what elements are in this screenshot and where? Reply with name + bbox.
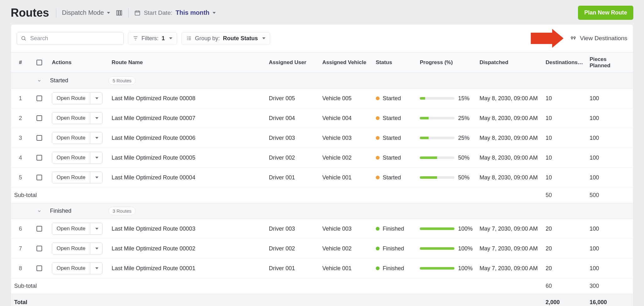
open-route-more[interactable]: [90, 112, 102, 124]
status-dot-icon: [376, 247, 380, 250]
row-checkbox[interactable]: [30, 112, 49, 125]
col-assigned-user[interactable]: Assigned User: [266, 56, 319, 69]
svg-point-4: [22, 36, 25, 40]
route-name[interactable]: Last Mile Optimized Route 00002: [108, 242, 266, 256]
pieces-planned: 100: [586, 111, 630, 125]
row-checkbox[interactable]: [30, 262, 49, 275]
open-route-button[interactable]: Open Route: [52, 92, 103, 104]
row-checkbox[interactable]: [30, 171, 49, 184]
col-actions[interactable]: Actions: [49, 56, 108, 69]
filters-count: 1: [162, 35, 165, 42]
row-checkbox[interactable]: [30, 131, 49, 145]
plan-new-route-button[interactable]: Plan New Route: [578, 6, 633, 20]
dispatched: May 7, 2030, 09:00 AM: [476, 261, 542, 276]
separator: [128, 8, 129, 18]
open-route-label[interactable]: Open Route: [52, 263, 90, 274]
table-row: 5Open RouteLast Mile Optimized Route 000…: [11, 168, 633, 188]
progress-value: 50%: [458, 155, 469, 161]
filters-chip[interactable]: Filters: 1: [128, 32, 177, 45]
progress-bar: [420, 97, 454, 100]
status-text: Finished: [383, 245, 404, 252]
dispatch-mode-dropdown[interactable]: Dispatch Mode: [62, 9, 110, 16]
svg-rect-2: [121, 10, 122, 15]
group-header[interactable]: Finished3 Routes: [11, 203, 633, 219]
route-name[interactable]: Last Mile Optimized Route 00007: [108, 111, 266, 125]
open-route-more[interactable]: [90, 152, 102, 163]
destinations-count: 10: [542, 151, 586, 165]
open-route-more[interactable]: [90, 132, 102, 144]
col-pieces-planned[interactable]: Pieces Planned: [586, 52, 630, 73]
col-dispatched[interactable]: Dispatched: [476, 56, 542, 69]
col-progress[interactable]: Progress (%): [417, 56, 476, 69]
open-route-label[interactable]: Open Route: [52, 243, 90, 254]
subtotal-row: Sub-total60300: [11, 278, 633, 294]
group-by-chip[interactable]: Group by: Route Status: [181, 32, 270, 45]
open-route-more[interactable]: [90, 93, 102, 104]
open-route-more[interactable]: [90, 243, 102, 254]
open-route-button[interactable]: Open Route: [52, 132, 103, 144]
progress-bar: [420, 176, 454, 179]
table-row: 6Open RouteLast Mile Optimized Route 000…: [11, 219, 633, 239]
open-route-label[interactable]: Open Route: [52, 112, 90, 124]
svg-rect-1: [119, 10, 120, 15]
group-toggle-icon[interactable]: [30, 79, 49, 83]
assigned-vehicle: Vehicle 004: [319, 111, 373, 125]
status-text: Started: [383, 155, 401, 161]
calendar-icon[interactable]: [134, 10, 141, 16]
open-route-button[interactable]: Open Route: [52, 172, 103, 183]
pieces-planned: 100: [586, 151, 630, 165]
row-checkbox[interactable]: [30, 222, 49, 235]
open-route-label[interactable]: Open Route: [52, 152, 90, 163]
open-route-label[interactable]: Open Route: [52, 223, 90, 234]
status-cell: Finished: [373, 261, 417, 276]
status-text: Started: [383, 115, 401, 122]
filters-label: Filters:: [142, 35, 158, 42]
total-pieces: 16,000: [586, 294, 630, 306]
pieces-planned: 100: [586, 131, 630, 145]
group-toggle-icon[interactable]: [30, 209, 49, 213]
start-date-dropdown[interactable]: This month: [175, 9, 216, 16]
caret-down-icon: [95, 267, 98, 269]
open-route-button[interactable]: Open Route: [52, 262, 103, 274]
col-num[interactable]: #: [11, 56, 30, 69]
open-route-button[interactable]: Open Route: [52, 112, 103, 124]
col-assigned-vehicle[interactable]: Assigned Vehicle: [319, 56, 373, 69]
open-route-more[interactable]: [90, 263, 102, 274]
open-route-button[interactable]: Open Route: [52, 152, 103, 164]
open-route-button[interactable]: Open Route: [52, 223, 103, 235]
view-destinations-link[interactable]: View Destinations: [570, 35, 627, 42]
row-checkbox[interactable]: [30, 151, 49, 164]
row-checkbox[interactable]: [30, 242, 49, 255]
route-name[interactable]: Last Mile Optimized Route 00008: [108, 91, 266, 106]
search-input-wrapper[interactable]: [17, 32, 124, 45]
search-input[interactable]: [30, 35, 119, 42]
subtotal-row: Sub-total50500: [11, 188, 633, 203]
route-name[interactable]: Last Mile Optimized Route 00005: [108, 151, 266, 165]
col-status[interactable]: Status: [373, 56, 417, 69]
pieces-planned: 100: [586, 171, 630, 185]
status-cell: Started: [373, 131, 417, 145]
open-route-label[interactable]: Open Route: [52, 132, 90, 144]
route-name[interactable]: Last Mile Optimized Route 00004: [108, 171, 266, 185]
route-name[interactable]: Last Mile Optimized Route 00006: [108, 131, 266, 145]
open-route-label[interactable]: Open Route: [52, 172, 90, 183]
open-route-button[interactable]: Open Route: [52, 243, 103, 254]
table-header: # Actions Route Name Assigned User Assig…: [11, 52, 633, 73]
svg-point-5: [571, 37, 573, 38]
col-destinations[interactable]: Destinations…: [542, 56, 586, 69]
select-all-checkbox[interactable]: [30, 56, 49, 69]
columns-settings-icon[interactable]: [116, 9, 123, 16]
assigned-vehicle: Vehicle 003: [319, 222, 373, 236]
route-name[interactable]: Last Mile Optimized Route 00001: [108, 261, 266, 276]
open-route-label[interactable]: Open Route: [52, 93, 90, 104]
group-header[interactable]: Started5 Routes: [11, 73, 633, 89]
caret-down-icon: [95, 97, 98, 99]
open-route-more[interactable]: [90, 223, 102, 234]
assigned-user: Driver 002: [266, 242, 319, 256]
row-checkbox[interactable]: [30, 92, 49, 105]
col-route-name[interactable]: Route Name: [108, 56, 266, 69]
subtotal-pieces: 300: [586, 278, 630, 294]
status-text: Started: [383, 174, 401, 181]
route-name[interactable]: Last Mile Optimized Route 00003: [108, 222, 266, 236]
open-route-more[interactable]: [90, 172, 102, 183]
